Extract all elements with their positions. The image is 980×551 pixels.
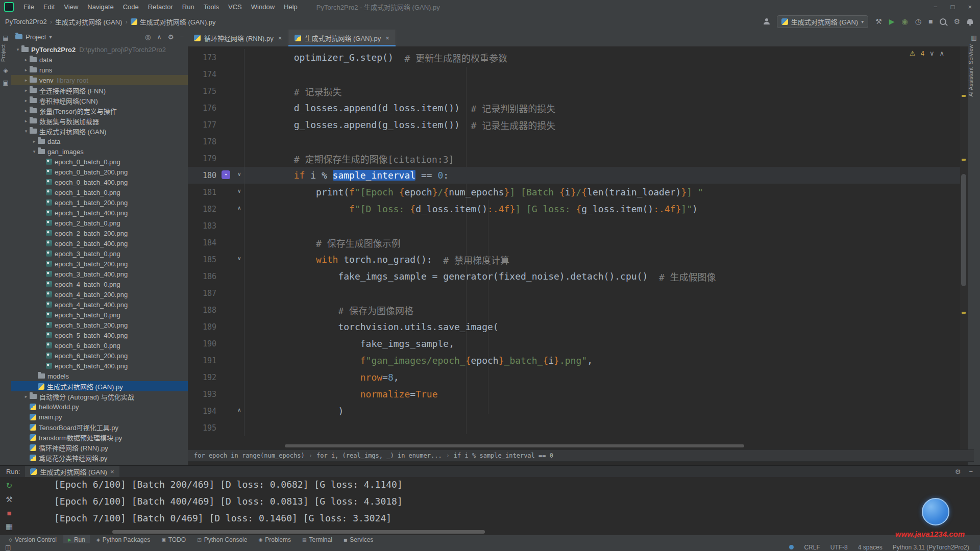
chevron-collapsed-icon[interactable]: ▸	[22, 88, 30, 93]
code-line[interactable]: 194∧ )	[188, 403, 968, 419]
tree-row[interactable]: epoch_4_batch_400.png	[11, 299, 188, 310]
tree-row[interactable]: epoch_0_batch_0.png	[11, 157, 188, 167]
editor-tab[interactable]: 生成式对抗网络 (GAN).py×	[288, 30, 396, 46]
tree-row[interactable]: ▾生成式对抗网络 (GAN)	[11, 126, 188, 136]
context-item[interactable]: for i, (real_imgs, _) in enumer...	[316, 452, 442, 459]
status-item-2[interactable]: 4 spaces	[858, 544, 883, 551]
chevron-expanded-icon[interactable]: ▾	[14, 47, 21, 52]
tree-row[interactable]: epoch_5_batch_400.png	[11, 330, 188, 340]
code-line[interactable]: 188 # 保存为图像网格	[188, 302, 968, 318]
status-item-1[interactable]: UTF-8	[830, 544, 848, 551]
run-config-selector[interactable]: 生成式对抗网络 (GAN) ▾	[777, 15, 868, 28]
tree-row[interactable]: models	[11, 371, 188, 381]
code-line[interactable]: 190 fake_imgs_sample,	[188, 335, 968, 352]
hide-panel-icon[interactable]: −	[969, 468, 973, 475]
close-icon[interactable]: ×	[968, 3, 972, 11]
tree-row[interactable]: epoch_6_batch_0.png	[11, 340, 188, 350]
tree-row[interactable]: ▸张量(Tensor)的定义与操作	[11, 106, 188, 116]
code-line[interactable]: 191 f"gan_images/epoch_{epoch}_batch_{i}…	[188, 352, 968, 369]
profiler-icon[interactable]: ◷	[915, 18, 921, 25]
fold-marker-icon[interactable]: ∨	[237, 171, 241, 178]
tree-row[interactable]: epoch_3_batch_400.png	[11, 269, 188, 279]
menu-run[interactable]: Run	[178, 3, 199, 11]
tree-row[interactable]: ▸自动微分 (Autograd) 与优化实战	[11, 391, 188, 402]
tree-row[interactable]: epoch_6_batch_400.png	[11, 361, 188, 371]
tree-row[interactable]: ▾gan_images	[11, 146, 188, 157]
ai-assistant-stripe-label[interactable]: AI Assistant	[968, 67, 980, 96]
rerun-icon[interactable]: ↻	[6, 481, 13, 490]
breadcrumb-item[interactable]: 生成式对抗网络 (GAN).py	[131, 17, 216, 27]
chevron-collapsed-icon[interactable]: ▸	[22, 78, 30, 83]
build-hammer-icon[interactable]: ⚒	[875, 18, 882, 25]
structure-icon[interactable]: ◈	[0, 67, 11, 74]
close-icon[interactable]: ×	[385, 34, 389, 42]
debug-icon[interactable]: ◉	[902, 18, 908, 25]
tree-row[interactable]: ▸data	[11, 55, 188, 65]
toolwindow-button-python-console[interactable]: ◳Python Console	[192, 535, 252, 544]
locate-file-icon[interactable]: ◎	[145, 33, 151, 41]
tree-row[interactable]: transform数据预处理模块.py	[11, 432, 188, 442]
hide-panel-icon[interactable]: −	[180, 33, 184, 41]
chevron-collapsed-icon[interactable]: ▸	[22, 394, 30, 399]
tree-row[interactable]: epoch_1_batch_0.png	[11, 187, 188, 197]
fold-marker-icon[interactable]: ∧	[237, 407, 241, 413]
run-settings-gear-icon[interactable]: ⚙	[955, 468, 961, 475]
code-line[interactable]: 195	[188, 419, 968, 436]
code-line[interactable]: 192 nrow=8,	[188, 369, 968, 386]
tree-row[interactable]: epoch_2_batch_200.png	[11, 228, 188, 238]
run-tab[interactable]: 生成式对抗网络 (GAN) ×	[25, 466, 119, 477]
code-line[interactable]: 189 torchvision.utils.save_image(	[188, 318, 968, 335]
build-hammer-icon[interactable]: ⚒	[6, 495, 12, 504]
horizontal-scrollbar[interactable]	[285, 444, 744, 447]
code-line[interactable]: 178	[188, 133, 968, 150]
menu-navigate[interactable]: Navigate	[83, 3, 118, 11]
tree-row[interactable]: epoch_1_batch_200.png	[11, 197, 188, 208]
stop-icon[interactable]: ■	[7, 509, 11, 517]
tool-windows-toggle-icon[interactable]: ◫	[5, 544, 11, 551]
tree-row[interactable]: ▸data	[11, 136, 188, 146]
tree-row[interactable]: ▸venvlibrary root	[11, 75, 188, 85]
code-editor[interactable]: 173 optimizer_G.step() # 更新生成器的权重参数17417…	[188, 46, 968, 449]
tree-row[interactable]: ▸全连接神经网络 (FNN)	[11, 85, 188, 95]
chevron-collapsed-icon[interactable]: ▸	[31, 139, 38, 144]
menu-help[interactable]: Help	[279, 3, 302, 11]
sciview-stripe-label[interactable]: SciView	[968, 44, 980, 64]
run-console[interactable]: [Epoch 6/100] [Batch 200/469] [D loss: 0…	[54, 476, 403, 527]
code-line[interactable]: 185∨ with torch.no_grad(): # 禁用梯度计算	[188, 251, 968, 268]
toolwindow-button-run[interactable]: ▶Run	[63, 535, 90, 544]
code-line[interactable]: 180⋆∨ if i % sample_interval == 0:	[188, 167, 968, 184]
fold-marker-icon[interactable]: ∨	[237, 188, 241, 194]
tree-row[interactable]: epoch_5_batch_0.png	[11, 310, 188, 320]
project-tool-icon[interactable]: ▤	[0, 34, 11, 41]
code-line[interactable]: 176 d_losses.append(d_loss.item()) # 记录判…	[188, 99, 968, 116]
toolwindow-button-terminal[interactable]: ▤Terminal	[298, 535, 337, 544]
tree-row[interactable]: epoch_3_batch_200.png	[11, 259, 188, 269]
code-line[interactable]: 177 g_losses.append(g_loss.item()) # 记录生…	[188, 116, 968, 133]
tree-row[interactable]: ▸数据集与数据加载器	[11, 116, 188, 126]
tree-row[interactable]: epoch_2_batch_400.png	[11, 238, 188, 248]
stop-icon[interactable]: ■	[928, 18, 933, 25]
editor-tab[interactable]: 循环神经网络 (RNN).py×	[188, 30, 288, 46]
fold-marker-icon[interactable]: ∧	[237, 205, 241, 211]
code-line[interactable]: 173 optimizer_G.step() # 更新生成器的权重参数	[188, 49, 968, 66]
warning-mark[interactable]	[962, 159, 966, 161]
event-indicator-icon[interactable]	[789, 545, 794, 549]
ai-assistant-icon[interactable]: ⋆	[222, 170, 230, 179]
search-icon[interactable]	[940, 18, 946, 25]
console-horizontal-scrollbar[interactable]	[112, 530, 485, 534]
tree-row[interactable]: epoch_2_batch_0.png	[11, 218, 188, 228]
chevron-collapsed-icon[interactable]: ▸	[22, 98, 30, 103]
tree-row[interactable]: 生成式对抗网络 (GAN).py	[11, 381, 188, 391]
chevron-collapsed-icon[interactable]: ▸	[22, 118, 30, 123]
menu-window[interactable]: Window	[247, 3, 279, 11]
close-icon[interactable]: ×	[110, 468, 114, 475]
tree-row[interactable]: helloWorld.py	[11, 402, 188, 412]
code-line[interactable]: 187	[188, 285, 968, 302]
code-line[interactable]: 174	[188, 66, 968, 83]
collapse-all-icon[interactable]: ∧	[157, 33, 162, 41]
code-line[interactable]: 193 normalize=True	[188, 386, 968, 403]
warning-mark[interactable]	[962, 312, 966, 314]
chevron-collapsed-icon[interactable]: ▸	[22, 57, 30, 62]
status-item-0[interactable]: CRLF	[804, 544, 820, 551]
error-stripe[interactable]	[960, 46, 968, 449]
